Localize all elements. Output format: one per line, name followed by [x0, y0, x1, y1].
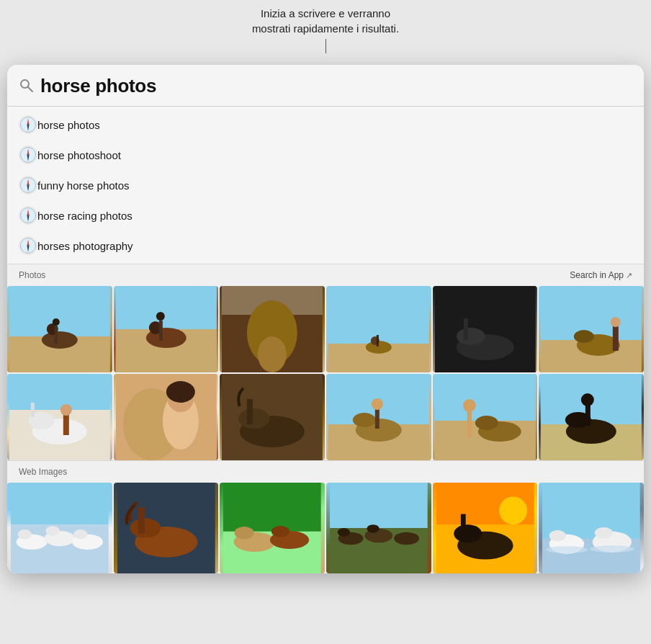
svg-point-128: [271, 526, 289, 537]
photo-thumbnail: [7, 286, 112, 372]
svg-point-70: [574, 330, 594, 343]
photo-thumbnail: [220, 286, 325, 372]
web-image-thumbnail: [114, 483, 219, 573]
photo-thumbnail: [114, 286, 219, 372]
svg-rect-129: [330, 483, 428, 528]
web-image-thumbnail: [7, 483, 112, 573]
photo-cell[interactable]: [114, 374, 219, 460]
svg-point-21: [27, 184, 30, 187]
web-image-cell[interactable]: [539, 483, 644, 573]
photo-cell[interactable]: [220, 286, 325, 372]
photos-grid: [7, 283, 644, 460]
web-image-cell[interactable]: [326, 483, 431, 573]
svg-rect-37: [9, 286, 110, 336]
search-in-app-arrow: ↗: [626, 271, 632, 280]
suggestion-label-2: horse photoshoot: [37, 149, 121, 161]
web-images-section-title: Web Images: [19, 467, 67, 477]
photo-cell[interactable]: [114, 286, 219, 372]
safari-icon-4: [19, 206, 37, 225]
svg-point-101: [475, 416, 498, 430]
photo-cell[interactable]: [220, 374, 325, 460]
photo-cell[interactable]: [7, 286, 112, 372]
photo-cell[interactable]: [433, 286, 538, 372]
suggestion-label-5: horses photography: [37, 240, 133, 252]
svg-rect-73: [9, 374, 110, 410]
svg-rect-123: [223, 483, 321, 532]
svg-line-1: [28, 87, 32, 91]
search-in-app-button[interactable]: Search in App ↗: [570, 270, 632, 280]
svg-point-149: [546, 546, 588, 553]
svg-point-135: [367, 524, 379, 533]
svg-point-134: [338, 528, 350, 537]
svg-point-139: [454, 524, 482, 542]
search-input[interactable]: horse photos: [40, 75, 156, 97]
safari-icon-3: [19, 176, 37, 194]
svg-point-109: [581, 393, 594, 406]
svg-point-48: [156, 312, 164, 321]
suggestion-item[interactable]: funny horse photos: [7, 170, 644, 200]
photo-cell[interactable]: [326, 286, 431, 372]
svg-rect-47: [158, 321, 162, 341]
svg-point-52: [258, 336, 287, 372]
photo-thumbnail: [539, 374, 644, 460]
svg-rect-79: [63, 413, 69, 435]
tooltip-line2: mostrati rapidamente i risultati.: [252, 22, 399, 35]
suggestions-list: horse photos horse photoshoot: [7, 107, 644, 264]
suggestion-item[interactable]: horse racing photos: [7, 200, 644, 231]
svg-point-39: [42, 331, 78, 349]
svg-rect-90: [247, 399, 253, 424]
svg-rect-71: [613, 326, 619, 351]
svg-point-120: [130, 518, 161, 537]
svg-point-7: [27, 124, 30, 126]
web-image-thumbnail: [539, 483, 644, 573]
svg-point-28: [27, 215, 30, 217]
svg-point-147: [549, 530, 566, 542]
suggestion-label-4: horse racing photos: [37, 210, 133, 222]
safari-icon-2: [19, 146, 37, 164]
svg-point-150: [590, 545, 634, 553]
suggestion-item[interactable]: horse photos: [7, 109, 644, 140]
svg-point-148: [595, 527, 613, 539]
svg-point-103: [462, 399, 475, 412]
photo-thumbnail: [326, 286, 431, 372]
svg-point-86: [166, 381, 194, 403]
photo-thumbnail: [539, 286, 644, 372]
svg-point-117: [73, 529, 87, 540]
svg-rect-78: [31, 403, 35, 417]
safari-icon-5: [19, 236, 37, 255]
photo-cell[interactable]: [539, 374, 644, 460]
search-in-app-label: Search in App: [570, 270, 624, 280]
svg-point-35: [27, 245, 30, 247]
svg-rect-102: [467, 410, 471, 437]
web-image-cell[interactable]: [7, 483, 112, 573]
svg-rect-65: [463, 318, 467, 340]
photo-cell[interactable]: [433, 374, 538, 460]
search-icon: [19, 78, 33, 94]
tooltip-pointer: [326, 39, 326, 53]
tooltip-line1: Inizia a scrivere e verranno: [261, 7, 390, 19]
web-image-cell[interactable]: [433, 483, 538, 573]
photo-cell[interactable]: [539, 286, 644, 372]
photo-cell[interactable]: [7, 374, 112, 460]
photo-thumbnail: [433, 286, 538, 372]
search-bar[interactable]: horse photos: [7, 65, 644, 107]
web-image-cell[interactable]: [114, 483, 219, 573]
photo-thumbnail: [114, 374, 219, 460]
photo-cell[interactable]: [326, 374, 431, 460]
svg-point-116: [45, 526, 59, 536]
web-image-cell[interactable]: [220, 483, 325, 573]
svg-rect-140: [461, 514, 466, 539]
suggestion-item[interactable]: horses photography: [7, 231, 644, 261]
photo-thumbnail: [326, 374, 431, 460]
photo-thumbnail: [433, 374, 538, 460]
suggestion-label-3: funny horse photos: [37, 179, 130, 192]
photos-section-header: Photos Search in App ↗: [7, 264, 644, 283]
svg-point-127: [235, 527, 254, 539]
suggestion-item[interactable]: horse photoshoot: [7, 140, 644, 170]
photo-thumbnail: [220, 374, 325, 460]
svg-point-64: [456, 328, 485, 345]
svg-point-89: [238, 408, 270, 429]
svg-point-133: [394, 532, 419, 545]
web-image-thumbnail: [433, 483, 538, 573]
svg-point-97: [372, 398, 383, 410]
